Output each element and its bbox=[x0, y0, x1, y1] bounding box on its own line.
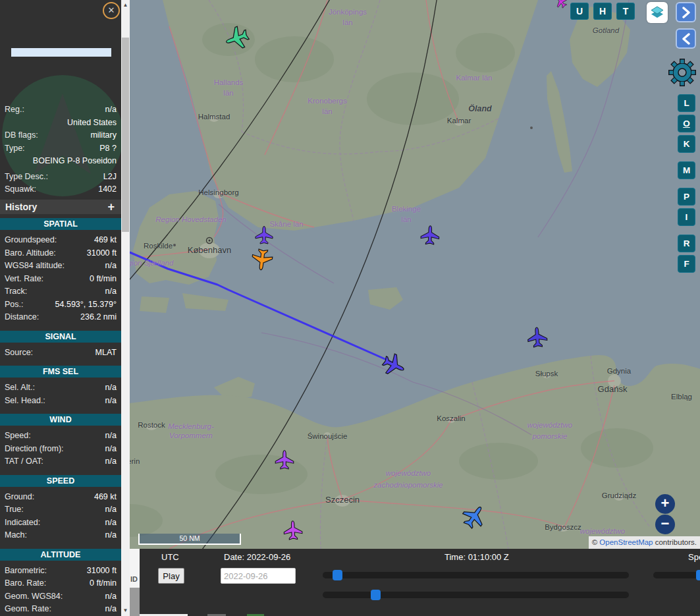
button-r[interactable]: R bbox=[678, 235, 695, 252]
map-canvas[interactable]: Jönköpings län Gotland Hallands län Kron… bbox=[130, 0, 700, 549]
aircraft-icon-orange[interactable] bbox=[246, 244, 278, 275]
aircraft-identity: Reg.:n/a United States DB flags:military… bbox=[0, 103, 121, 196]
play-button[interactable]: Play bbox=[158, 568, 184, 584]
sidebar-scrollbar[interactable]: ▲ ▼ bbox=[121, 0, 130, 616]
info-row: United States bbox=[0, 117, 121, 130]
aircraft-info-panel: ✕ Reg.:n/a United States DB flags:milita… bbox=[0, 0, 121, 616]
aircraft-icon-magenta[interactable] bbox=[277, 515, 309, 546]
speed-slider[interactable] bbox=[653, 572, 700, 578]
section-header-signal: SIGNAL bbox=[0, 331, 121, 343]
section-header-wind: WIND bbox=[0, 414, 121, 426]
utc-label: UTC bbox=[161, 552, 179, 562]
section-header-altitude: ALTITUDE bbox=[0, 549, 121, 561]
button-i[interactable]: I bbox=[678, 208, 695, 226]
aircraft-icon-blue-east[interactable] bbox=[522, 322, 553, 353]
button-t[interactable]: T bbox=[616, 3, 635, 20]
date-input[interactable] bbox=[221, 568, 296, 584]
attribution-suffix: contributors. bbox=[655, 538, 697, 546]
close-icon[interactable]: ✕ bbox=[103, 2, 120, 19]
section-header-fms-sel: FMS SEL bbox=[0, 366, 121, 378]
time-label: Time: 01:10:00 Z bbox=[444, 552, 509, 562]
zoom-out-button[interactable]: − bbox=[655, 515, 675, 534]
time-slider[interactable] bbox=[323, 572, 629, 578]
scroll-down-icon[interactable]: ▼ bbox=[121, 605, 130, 616]
button-p[interactable]: P bbox=[678, 188, 695, 206]
scroll-up-icon[interactable]: ▲ bbox=[121, 0, 130, 11]
range-slider[interactable] bbox=[323, 592, 629, 598]
history-title: History bbox=[5, 202, 37, 212]
date-label: Date: 2022-09-26 bbox=[224, 552, 290, 562]
info-row: BOEING P-8 Poseidon bbox=[0, 155, 121, 168]
expand-right-button[interactable] bbox=[676, 2, 696, 22]
info-row: DB flags:military bbox=[0, 129, 121, 142]
id-column-strip: ID bbox=[130, 549, 140, 616]
zoom-in-button[interactable]: + bbox=[655, 494, 675, 514]
collapse-left-button[interactable] bbox=[676, 28, 696, 49]
chevron-left-icon bbox=[681, 33, 691, 45]
copyright-symbol: © bbox=[592, 538, 597, 546]
layers-button[interactable] bbox=[647, 2, 668, 23]
info-row: Type:P8 ? bbox=[0, 142, 121, 155]
history-add-button[interactable]: + bbox=[107, 200, 115, 214]
chevron-right-icon bbox=[681, 7, 691, 18]
map-attribution: © OpenStreetMap contributors. bbox=[589, 536, 700, 549]
time-slider-handle[interactable] bbox=[333, 570, 342, 580]
aircraft-icon-green[interactable] bbox=[221, 22, 253, 54]
speed-label: Speed bbox=[688, 552, 700, 562]
aircraft-icon-lightblue[interactable] bbox=[458, 501, 490, 532]
aircraft-icon-blue-north[interactable] bbox=[414, 219, 446, 251]
button-k[interactable]: K bbox=[678, 135, 695, 153]
aircraft-icon-selected-p8[interactable] bbox=[378, 349, 410, 381]
scrollbar-thumb[interactable] bbox=[122, 38, 129, 232]
button-u[interactable]: U bbox=[570, 3, 589, 20]
info-row: Type Desc.:L2J bbox=[0, 171, 121, 184]
speed-slider-handle[interactable] bbox=[696, 570, 700, 580]
button-h[interactable]: H bbox=[593, 3, 612, 20]
basemap-tiles bbox=[130, 0, 700, 549]
layers-icon bbox=[649, 4, 666, 21]
section-header-speed: SPEED bbox=[0, 475, 121, 487]
openstreetmap-link[interactable]: OpenStreetMap bbox=[599, 538, 653, 546]
aircraft-icon-violet[interactable] bbox=[269, 444, 300, 476]
playback-panel: UTC Date: 2022-09-26 Time: 01:10:00 Z Sp… bbox=[140, 549, 700, 616]
button-o[interactable]: O bbox=[678, 115, 695, 132]
scale-bar: 50 NM bbox=[138, 534, 241, 545]
settings-gear-icon[interactable] bbox=[665, 55, 699, 90]
section-header-spatial: SPATIAL bbox=[0, 218, 121, 230]
info-row: Reg.:n/a bbox=[0, 103, 121, 117]
range-slider-handle[interactable] bbox=[371, 590, 381, 600]
flight-tracker-app: ✕ Reg.:n/a United States DB flags:milita… bbox=[0, 0, 700, 616]
button-l[interactable]: L bbox=[678, 94, 695, 112]
selected-flight-bar[interactable] bbox=[11, 48, 111, 57]
info-row: Squawk:1402 bbox=[0, 183, 121, 196]
button-m[interactable]: M bbox=[678, 161, 695, 179]
id-column-label: ID bbox=[130, 575, 138, 583]
telemetry-sections: SPATIAL Groundspeed:469 kt Baro. Altitud… bbox=[0, 214, 121, 616]
history-header: History + bbox=[0, 200, 121, 214]
button-f[interactable]: F bbox=[678, 255, 695, 273]
